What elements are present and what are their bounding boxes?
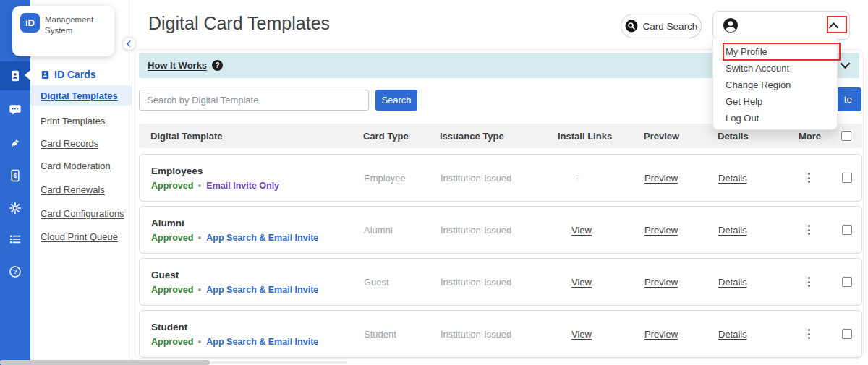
rail-messages-icon[interactable] — [0, 95, 30, 124]
card-search-button[interactable]: Card Search — [621, 14, 702, 38]
row-checkbox[interactable] — [842, 225, 852, 235]
sidebar-item-print-templates[interactable]: Print Templates — [41, 116, 105, 126]
details-link[interactable]: Details — [718, 329, 799, 340]
template-cell: Employees Approved Email Invite Only — [151, 166, 364, 191]
issuance-type-cell: Institution-Issued — [441, 225, 558, 236]
help-circle-icon[interactable]: ? — [212, 60, 223, 71]
sidebar-section-id-cards: ID Cards — [41, 69, 96, 80]
row-checkbox[interactable] — [842, 277, 852, 287]
col-preview: Preview — [644, 131, 718, 142]
sidebar-item-card-records[interactable]: Card Records — [41, 138, 98, 149]
sidebar-section-label: ID Cards — [54, 69, 96, 80]
dot-separator — [198, 236, 201, 239]
more-kebab-icon[interactable] — [804, 329, 814, 339]
menu-item-get-help[interactable]: Get Help — [713, 93, 837, 110]
chevron-left-icon — [125, 40, 133, 48]
sidebar-item-card-moderation[interactable]: Card Moderation — [41, 160, 111, 171]
template-cell: Guest Approved App Search & Email Invite — [151, 270, 364, 295]
row-checkbox[interactable] — [842, 173, 852, 183]
question-circle-icon: ? — [9, 265, 22, 278]
row-checkbox[interactable] — [842, 329, 852, 339]
menu-item-my-profile[interactable]: My Profile — [713, 43, 837, 60]
digital-template-search-input[interactable] — [139, 90, 369, 111]
menu-item-change-region[interactable]: Change Region — [713, 77, 837, 93]
rail-settings-icon[interactable] — [0, 194, 30, 223]
view-install-link[interactable]: View — [558, 225, 644, 236]
dot-separator — [198, 288, 201, 291]
table-row: Student Approved App Search & Email Invi… — [139, 310, 862, 358]
status-badge: Approved — [151, 337, 193, 347]
col-issuance-type: Issuance Type — [440, 131, 558, 142]
logo-text: Management System — [45, 13, 93, 36]
active-rail-notch — [25, 70, 30, 80]
profile-menu-trigger[interactable] — [712, 11, 850, 40]
template-name: Guest — [151, 270, 364, 280]
svg-text:$: $ — [14, 172, 17, 179]
expand-chevron-down-icon[interactable] — [840, 60, 851, 73]
invoice-document-icon: $ — [9, 169, 22, 182]
sidebar-item-card-renewals[interactable]: Card Renewals — [41, 184, 105, 195]
issuance-type-cell: Institution-Issued — [441, 277, 558, 288]
sidebar-item-cloud-print-queue[interactable]: Cloud Print Queue — [41, 231, 118, 242]
rail-list-icon[interactable] — [0, 225, 30, 254]
id-badge-icon — [9, 69, 22, 82]
select-all-checkbox[interactable] — [841, 131, 851, 141]
user-avatar-icon — [723, 17, 739, 33]
sidebar-collapse-button[interactable] — [122, 37, 136, 51]
view-install-link[interactable]: View — [558, 277, 644, 288]
svg-text:?: ? — [13, 268, 17, 275]
template-name: Alumni — [151, 218, 364, 228]
details-link[interactable]: Details — [718, 225, 799, 236]
card-search-label: Card Search — [643, 21, 698, 32]
template-name: Student — [151, 322, 364, 332]
sidebar-item-digital-templates[interactable]: Digital Templates — [41, 90, 118, 101]
status-badge: Approved — [151, 181, 193, 191]
chat-bubble-icon — [9, 103, 22, 116]
more-kebab-icon[interactable] — [804, 277, 814, 287]
col-install-links: Install Links — [558, 131, 644, 142]
card-type-cell: Employee — [364, 173, 441, 184]
card-type-cell: Alumni — [364, 225, 441, 236]
distribution-label: App Search & Email Invite — [206, 337, 318, 347]
preview-link[interactable]: Preview — [644, 173, 718, 184]
preview-link[interactable]: Preview — [644, 329, 718, 340]
sidebar-item-card-configurations[interactable]: Card Configurations — [41, 208, 124, 219]
template-cell: Student Approved App Search & Email Invi… — [151, 322, 364, 347]
menu-item-switch-account[interactable]: Switch Account — [713, 60, 837, 77]
gear-icon — [9, 202, 22, 215]
how-it-works-link[interactable]: How It Works — [148, 60, 207, 71]
card-type-cell: Student — [364, 329, 441, 340]
status-badge: Approved — [151, 285, 193, 295]
page-title: Digital Card Templates — [148, 13, 330, 34]
distribution-label: App Search & Email Invite — [206, 233, 318, 243]
rail-integrations-icon[interactable] — [0, 129, 30, 158]
card-type-cell: Guest — [364, 277, 441, 288]
details-link[interactable]: Details — [718, 173, 799, 184]
distribution-label: Email Invite Only — [206, 181, 279, 191]
view-install-link[interactable]: View — [558, 329, 644, 340]
horizontal-scrollbar-thumb[interactable] — [0, 360, 210, 365]
template-name: Employees — [151, 166, 364, 176]
details-link[interactable]: Details — [718, 277, 799, 288]
status-badge: Approved — [151, 233, 193, 243]
col-more: More — [799, 131, 841, 142]
template-cell: Alumni Approved App Search & Email Invit… — [151, 218, 364, 243]
more-kebab-icon[interactable] — [804, 225, 814, 235]
list-icon — [9, 233, 22, 246]
install-links-cell: - — [558, 173, 644, 184]
card-search-icon — [625, 20, 638, 33]
more-kebab-icon[interactable] — [804, 173, 814, 183]
dot-separator — [198, 184, 201, 187]
preview-link[interactable]: Preview — [644, 277, 718, 288]
app-logo-card: iD Management System — [12, 6, 114, 56]
menu-item-log-out[interactable]: Log Out — [713, 110, 837, 126]
chevron-up-icon[interactable] — [828, 22, 839, 30]
search-button[interactable]: Search — [375, 90, 417, 111]
col-details: Details — [718, 131, 799, 142]
col-digital-template: Digital Template — [150, 131, 363, 142]
rail-billing-icon[interactable]: $ — [0, 161, 30, 190]
preview-link[interactable]: Preview — [644, 225, 718, 236]
col-card-type: Card Type — [363, 131, 440, 142]
id-cards-icon — [41, 70, 50, 80]
rail-help-icon[interactable]: ? — [0, 257, 30, 286]
